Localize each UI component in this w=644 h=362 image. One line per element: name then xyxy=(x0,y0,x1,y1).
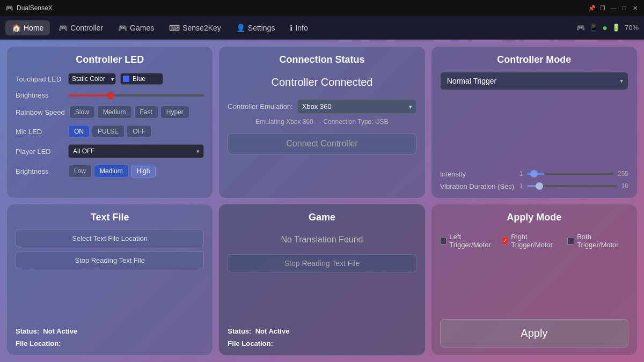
brightness-medium-btn[interactable]: Medium xyxy=(94,165,129,178)
vib-slider[interactable] xyxy=(527,185,617,187)
game-no-translation: No Translation Found xyxy=(228,235,416,245)
touchpad-mode-select[interactable]: Static Color Rainbow Off xyxy=(68,73,116,85)
connect-controller-btn[interactable]: Connect Controller xyxy=(228,133,416,154)
copy-btn[interactable]: ❐ xyxy=(599,4,606,12)
right-trigger-checkbox[interactable]: ✓ xyxy=(502,237,509,245)
intensity-value: 1 xyxy=(519,170,523,178)
mode-spacer xyxy=(440,99,628,166)
game-status-label: Status: xyxy=(228,327,251,335)
nav-items: 🏠 Apply Home 🎮 Controller 🎮 Games ⌨ Sens… xyxy=(5,20,314,35)
mode-select[interactable]: Normal Trigger Rigid Pulse Galloping Slo… xyxy=(440,72,628,90)
controller-icon: 🎮 xyxy=(58,24,68,32)
settings-icon: 👤 xyxy=(236,24,245,32)
right-trigger-item: ✓ Right Trigger/Motor xyxy=(502,233,565,249)
game-stop-btn[interactable]: Stop Reading Text File xyxy=(228,254,416,272)
vib-duration-row: Vibration Duration (Sec) 1 10 xyxy=(440,182,628,190)
text-file-location-label: File Location: xyxy=(16,339,61,348)
rainbow-speed-row: Rainbow Speed Slow Medium Fast Hyper xyxy=(16,106,204,119)
intensity-row: Intensity 1 255 xyxy=(440,170,628,178)
trigger-checkboxes-row: Left Trigger/Motor ✓ Right Trigger/Motor… xyxy=(440,233,628,249)
intensity-slider-container xyxy=(527,173,613,175)
connection-status-title: Connection Status xyxy=(228,54,416,65)
sense2key-icon: ⌨ xyxy=(169,24,180,32)
controller-mode-panel: Controller Mode Normal Trigger Rigid Pul… xyxy=(431,46,638,198)
text-file-status-label: Status: xyxy=(16,327,39,335)
emulation-row: Controller Emulation: Xbox 360 DualShock… xyxy=(228,99,416,114)
nav-home[interactable]: 🏠 Apply Home xyxy=(5,20,50,35)
mic-led-group: ON PULSE OFF xyxy=(68,125,151,138)
brightness2-group: Low Medium High xyxy=(68,165,156,178)
battery-icon: 🔋 xyxy=(612,24,620,32)
mic-on-btn[interactable]: ON xyxy=(68,125,90,138)
vib-value: 1 xyxy=(519,182,523,190)
left-trigger-label: Left Trigger/Motor xyxy=(449,233,498,249)
brightness-label: Brightness xyxy=(16,91,64,99)
player-led-row: Player LED All OFF Player 1 Player 2 Pla… xyxy=(16,144,204,158)
app-icon: 🎮 xyxy=(5,4,13,12)
apply-mode-title: Apply Mode xyxy=(440,212,628,223)
close-btn[interactable]: ✕ xyxy=(631,4,639,12)
connection-status-text: Controller Connected xyxy=(228,76,416,88)
nav-settings[interactable]: 👤 Settings xyxy=(230,20,282,35)
brightness-high-btn[interactable]: High xyxy=(131,165,156,178)
left-trigger-item: Left Trigger/Motor xyxy=(440,233,499,249)
game-file-label: File Location: xyxy=(228,339,273,348)
controller-led-title: Controller LED xyxy=(16,54,204,65)
touchpad-mode-wrap: Static Color Rainbow Off xyxy=(68,73,116,85)
brightness-low-btn[interactable]: Low xyxy=(68,165,92,178)
rainbow-hyper-btn[interactable]: Hyper xyxy=(160,106,189,119)
emulation-select-wrap: Xbox 360 DualShock 4 None xyxy=(297,99,416,114)
nav-right: 🎮 📱 ● 🔋 70% xyxy=(576,23,639,33)
connection-status-panel: Connection Status Controller Connected C… xyxy=(218,46,425,198)
both-trigger-checkbox[interactable] xyxy=(567,237,574,245)
nav-controller[interactable]: 🎮 Controller xyxy=(52,20,109,35)
game-spacer xyxy=(228,277,416,323)
text-file-panel: Text File Select Text File Location Stop… xyxy=(6,204,213,356)
usb-icon: 📱 xyxy=(589,24,598,32)
titlebar-controls: 📌 ❐ — □ ✕ xyxy=(588,4,639,12)
select-text-file-btn[interactable]: Select Text File Location xyxy=(16,230,204,247)
text-file-title: Text File xyxy=(16,212,204,223)
game-status-value: Not Active xyxy=(255,327,290,335)
text-file-status: Status: Not Active xyxy=(16,327,204,335)
controller-mode-title: Controller Mode xyxy=(440,54,628,65)
touchpad-led-label: Touchpad LED xyxy=(16,75,64,83)
maximize-btn[interactable]: □ xyxy=(620,4,628,12)
apply-mode-spacer xyxy=(440,256,628,315)
apply-mode-panel: Apply Mode Left Trigger/Motor ✓ Right Tr… xyxy=(431,204,638,356)
brightness-slider-container xyxy=(68,94,204,97)
app-title: DualSenseX xyxy=(17,4,53,12)
stop-reading-text-file-btn[interactable]: Stop Reading Text File xyxy=(16,252,204,269)
rainbow-fast-btn[interactable]: Fast xyxy=(134,106,158,119)
nav-sense2key[interactable]: ⌨ Sense2Key xyxy=(163,20,228,35)
nav-games[interactable]: 🎮 Games xyxy=(112,20,160,35)
text-file-status-value: Not Active xyxy=(43,327,77,335)
player-led-select[interactable]: All OFF Player 1 Player 2 Player 3 Playe… xyxy=(68,144,204,158)
nav-info[interactable]: ℹ Info xyxy=(283,20,314,35)
brightness-slider[interactable] xyxy=(68,94,204,97)
pin-btn[interactable]: 📌 xyxy=(588,4,596,12)
left-trigger-checkbox[interactable] xyxy=(440,237,447,245)
mic-pulse-btn[interactable]: PULSE xyxy=(92,125,125,138)
mode-select-wrap: Normal Trigger Rigid Pulse Galloping Slo… xyxy=(440,72,628,90)
emulation-select[interactable]: Xbox 360 DualShock 4 None xyxy=(297,99,416,114)
apply-btn[interactable]: Apply xyxy=(440,319,628,348)
right-trigger-label: Right Trigger/Motor xyxy=(511,233,564,249)
titlebar: 🎮 DualSenseX 📌 ❐ — □ ✕ xyxy=(0,0,644,16)
emulation-info: Emulating Xbox 360 — Connection Type: US… xyxy=(228,118,416,125)
minimize-btn[interactable]: — xyxy=(610,4,617,12)
text-file-spacer xyxy=(16,274,204,323)
games-icon: 🎮 xyxy=(118,24,127,32)
titlebar-left: 🎮 DualSenseX xyxy=(5,4,53,12)
home-icon: 🏠 xyxy=(12,24,21,32)
vib-max: 10 xyxy=(621,182,628,190)
info-icon: ℹ xyxy=(290,24,292,32)
game-title: Game xyxy=(228,212,416,223)
touchpad-color-select[interactable]: Blue Red Green White xyxy=(120,73,163,85)
player-led-select-wrap: All OFF Player 1 Player 2 Player 3 Playe… xyxy=(68,144,204,158)
intensity-label: Intensity xyxy=(440,170,515,178)
mic-off-btn[interactable]: OFF xyxy=(127,125,151,138)
intensity-slider[interactable] xyxy=(527,173,613,175)
rainbow-medium-btn[interactable]: Medium xyxy=(97,106,132,119)
rainbow-slow-btn[interactable]: Slow xyxy=(69,106,95,119)
